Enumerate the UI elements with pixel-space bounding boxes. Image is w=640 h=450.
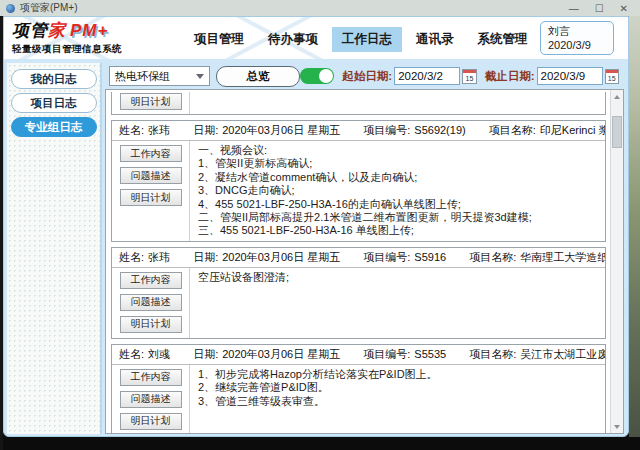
scroll-down-icon[interactable] — [611, 420, 623, 433]
section-button[interactable]: 明日计划 — [120, 413, 182, 430]
sidebar: 我的日志项目日志专业组日志 — [7, 63, 102, 434]
entry-header: 姓名:张玮 日期:2020年03月06日 星期五 项目编号:S5692(19) … — [112, 121, 605, 141]
nav-tabs: 项目管理待办事项工作日志通讯录系统管理 — [184, 27, 538, 52]
name-value: 刘彧 — [148, 348, 170, 360]
end-date-input[interactable] — [537, 67, 603, 85]
name-value: 张玮 — [148, 251, 170, 263]
scroll-up-icon[interactable] — [611, 90, 623, 103]
nav-tab[interactable]: 工作日志 — [332, 27, 402, 52]
section-button[interactable]: 工作内容 — [120, 272, 182, 289]
content-line: 二、管架II局部标高提升2.1米管道二维布置图更新，明天提资3d建模; — [198, 211, 597, 224]
content-line: 1、管架II更新标高确认; — [198, 157, 597, 170]
maximize-button[interactable]: ☐ — [595, 3, 604, 14]
project-name-label: 项目名称: — [489, 124, 536, 136]
name-value: 张玮 — [148, 124, 170, 136]
start-date-label: 起始日期: — [342, 69, 392, 84]
project-name-label: 项目名称: — [469, 251, 516, 263]
partial-log-entry: 明日计划 — [111, 92, 606, 115]
name-label: 姓名: — [119, 251, 144, 263]
content-line: 4、455 5021-LBF-250-H3A-16的走向确认单线图上传; — [198, 198, 597, 211]
sidebar-item-专业组日志[interactable]: 专业组日志 — [11, 117, 97, 137]
app-header: 项管家PM+ 轻量级项目管理信息系统 项目管理待办事项工作日志通讯录系统管理 刘… — [4, 17, 628, 59]
project-name-value: 吴江市太湖工业废弃物处理有限公 — [520, 348, 605, 360]
entry-header: 姓名:刘彧 日期:2020年03月06日 星期五 项目编号:S5535 项目名称… — [112, 345, 605, 365]
date-label: 日期: — [193, 251, 218, 263]
content-line: 三、455 5021-LBF-250-H3A-16 单线图上传; — [198, 224, 597, 237]
group-select-dropdown[interactable]: 热电环保组 — [109, 66, 210, 86]
user-date: 2020/3/9 — [548, 38, 606, 52]
project-name-value: 华南理工大学造纸与污染控制国家 — [520, 251, 605, 263]
project-name-value: 印尼Kerinci 浆厂 — [540, 124, 605, 136]
content-line: 空压站设备图澄清; — [198, 271, 597, 284]
content-line: 2、凝结水管道comment确认，以及走向确认; — [198, 171, 597, 184]
section-button[interactable]: 工作内容 — [120, 145, 182, 162]
nav-tab[interactable]: 待办事项 — [258, 27, 328, 52]
section-button[interactable]: 问题描述 — [120, 294, 182, 311]
section-button[interactable]: 明日计划 — [120, 316, 182, 333]
entry-content: 一、视频会议:1、管架II更新标高确认;2、凝结水管道comment确认，以及走… — [190, 141, 605, 241]
brand-text: 项管 — [12, 21, 48, 40]
screen: 项管家(PM+) — ☐ ✕ 项管家PM+ 轻量级项目管理信息系统 项目管理待办… — [0, 0, 640, 450]
log-entry: 姓名:刘彧 日期:2020年03月06日 星期五 项目编号:S5535 项目名称… — [111, 344, 606, 433]
section-button[interactable]: 问题描述 — [120, 167, 182, 184]
scrollbar-thumb[interactable] — [612, 116, 622, 148]
log-list-entries: 明日计划 姓名:张玮 日期:2020年03月06日 星期五 项目编号:S5692… — [106, 90, 610, 433]
date-value: 2020年03月06日 星期五 — [222, 251, 340, 263]
log-entry: 姓名:张玮 日期:2020年03月06日 星期五 项目编号:S5916 项目名称… — [111, 247, 606, 339]
project-no-value: S5535 — [414, 348, 446, 360]
chevron-down-icon — [196, 74, 204, 79]
nav-tab[interactable]: 系统管理 — [468, 27, 538, 52]
content-line: 3、管道三维等级表审查。 — [198, 395, 597, 408]
section-buttons: 工作内容问题描述明日计划 — [112, 365, 190, 433]
nav-tab[interactable]: 项目管理 — [184, 27, 254, 52]
date-filter-toggle[interactable] — [300, 68, 334, 84]
content-line: 一、视频会议: — [198, 144, 597, 157]
desktop-wallpaper-right — [629, 16, 640, 450]
nav-tab[interactable]: 通讯录 — [406, 27, 464, 52]
section-button[interactable]: 明日计划 — [120, 93, 182, 110]
project-no-value: S5916 — [414, 251, 446, 263]
section-button[interactable]: 明日计划 — [120, 189, 182, 206]
log-list-panel: 明日计划 姓名:张玮 日期:2020年03月06日 星期五 项目编号:S5692… — [105, 89, 624, 434]
project-no-label: 项目编号: — [363, 251, 410, 263]
desktop-wallpaper-bottom — [0, 437, 640, 450]
entry-content: 空压站设备图澄清; — [190, 268, 605, 338]
vertical-scrollbar[interactable] — [610, 90, 623, 433]
calendar-icon[interactable]: 15 — [605, 69, 620, 84]
project-no-label: 项目编号: — [363, 124, 410, 136]
date-label: 日期: — [193, 348, 218, 360]
content-line: 2、继续完善管道P&ID图。 — [198, 381, 597, 394]
section-buttons: 工作内容问题描述明日计划 — [112, 141, 190, 241]
brand-suffix: PM+ — [70, 21, 108, 40]
user-name: 刘言 — [548, 24, 606, 38]
section-button[interactable]: 问题描述 — [120, 391, 182, 408]
sidebar-item-项目日志[interactable]: 项目日志 — [11, 93, 97, 113]
name-label: 姓名: — [119, 124, 144, 136]
user-info-box[interactable]: 刘言 2020/3/9 — [540, 21, 614, 55]
title-bar: 项管家(PM+) — ☐ ✕ — [0, 0, 640, 16]
close-button[interactable]: ✕ — [620, 3, 628, 14]
content-line: 1、初步完成将Hazop分析结论落实在P&ID图上。 — [198, 368, 597, 381]
name-label: 姓名: — [119, 348, 144, 360]
sidebar-item-我的日志[interactable]: 我的日志 — [11, 69, 97, 89]
date-value: 2020年03月06日 星期五 — [222, 348, 340, 360]
overview-button[interactable]: 总览 — [216, 66, 301, 87]
toggle-knob — [319, 69, 333, 83]
entry-content: 1、初步完成将Hazop分析结论落实在P&ID图上。2、继续完善管道P&ID图。… — [190, 365, 605, 433]
log-entry: 姓名:张玮 日期:2020年03月06日 星期五 项目编号:S5692(19) … — [111, 120, 606, 242]
minimize-button[interactable]: — — [569, 3, 579, 14]
entry-body: 工作内容问题描述明日计划 一、视频会议:1、管架II更新标高确认;2、凝结水管道… — [112, 141, 605, 241]
content-line: 3、DNCG走向确认; — [198, 184, 597, 197]
section-buttons: 工作内容问题描述明日计划 — [112, 268, 190, 338]
app-window: 项管家PM+ 轻量级项目管理信息系统 项目管理待办事项工作日志通讯录系统管理 刘… — [3, 16, 629, 437]
app-logo: 项管家PM+ 轻量级项目管理信息系统 — [12, 19, 122, 56]
project-no-label: 项目编号: — [363, 348, 410, 360]
entry-body: 工作内容问题描述明日计划 空压站设备图澄清; — [112, 268, 605, 338]
calendar-icon[interactable]: 15 — [462, 69, 477, 84]
group-select-value: 热电环保组 — [115, 69, 170, 84]
date-label: 日期: — [193, 124, 218, 136]
section-button[interactable]: 工作内容 — [120, 369, 182, 386]
toolbar: 热电环保组 总览 起始日期: 15 截止日期: 15 — [105, 63, 623, 89]
project-no-value: S5692(19) — [414, 124, 465, 136]
start-date-input[interactable] — [394, 67, 460, 85]
